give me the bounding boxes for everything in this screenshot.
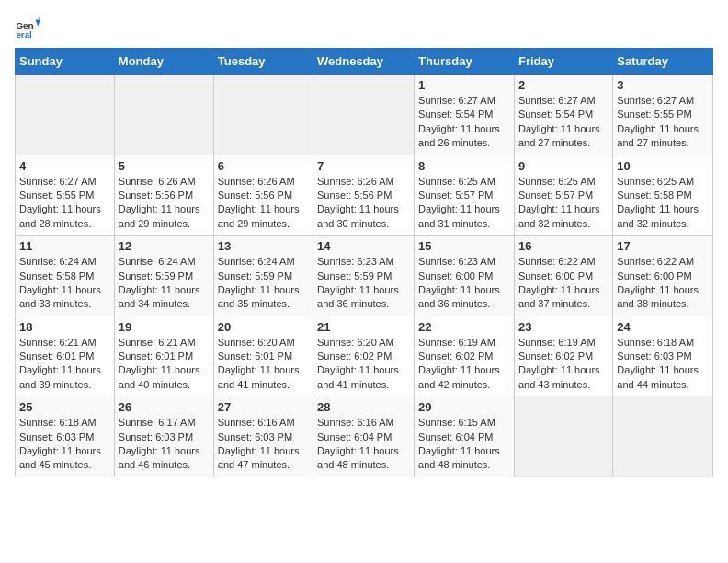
cell-info: Sunrise: 6:16 AM Sunset: 6:03 PM Dayligh… [218, 416, 309, 473]
calendar-cell: 13Sunrise: 6:24 AM Sunset: 5:59 PM Dayli… [213, 236, 313, 316]
cell-info: Sunrise: 6:20 AM Sunset: 6:02 PM Dayligh… [317, 336, 410, 393]
cell-info: Sunrise: 6:16 AM Sunset: 6:04 PM Dayligh… [317, 416, 410, 473]
cell-info: Sunrise: 6:23 AM Sunset: 6:00 PM Dayligh… [418, 255, 510, 312]
cell-info: Sunrise: 6:18 AM Sunset: 6:03 PM Dayligh… [19, 416, 110, 473]
cell-info: Sunrise: 6:21 AM Sunset: 6:01 PM Dayligh… [119, 336, 210, 393]
calendar-cell: 21Sunrise: 6:20 AM Sunset: 6:02 PM Dayli… [313, 316, 415, 396]
day-number: 9 [518, 159, 609, 173]
calendar-cell: 29Sunrise: 6:15 AM Sunset: 6:04 PM Dayli… [415, 396, 515, 477]
calendar-cell: 27Sunrise: 6:16 AM Sunset: 6:03 PM Dayli… [213, 396, 313, 477]
cell-info: Sunrise: 6:24 AM Sunset: 5:58 PM Dayligh… [19, 255, 110, 312]
calendar-cell: 24Sunrise: 6:18 AM Sunset: 6:03 PM Dayli… [613, 316, 713, 396]
cell-info: Sunrise: 6:22 AM Sunset: 6:00 PM Dayligh… [518, 255, 609, 312]
calendar-cell [16, 75, 115, 155]
cell-info: Sunrise: 6:22 AM Sunset: 6:00 PM Dayligh… [617, 255, 709, 312]
calendar-cell: 14Sunrise: 6:23 AM Sunset: 5:59 PM Dayli… [313, 236, 415, 316]
day-number: 8 [418, 159, 510, 173]
calendar-cell [213, 75, 313, 155]
cell-info: Sunrise: 6:25 AM Sunset: 5:57 PM Dayligh… [418, 175, 510, 232]
day-number: 26 [119, 400, 210, 414]
calendar-cell: 7Sunrise: 6:26 AM Sunset: 5:56 PM Daylig… [313, 155, 415, 236]
logo: Gen eral [15, 15, 44, 40]
svg-text:eral: eral [16, 29, 32, 40]
day-number: 11 [19, 239, 110, 253]
calendar-cell: 25Sunrise: 6:18 AM Sunset: 6:03 PM Dayli… [16, 396, 115, 477]
cell-info: Sunrise: 6:26 AM Sunset: 5:56 PM Dayligh… [119, 175, 210, 232]
calendar-cell [514, 396, 612, 477]
calendar-cell: 26Sunrise: 6:17 AM Sunset: 6:03 PM Dayli… [114, 396, 213, 477]
day-number: 3 [617, 78, 709, 92]
cell-info: Sunrise: 6:27 AM Sunset: 5:54 PM Dayligh… [418, 94, 510, 151]
cell-info: Sunrise: 6:27 AM Sunset: 5:54 PM Dayligh… [518, 94, 609, 151]
calendar-cell: 17Sunrise: 6:22 AM Sunset: 6:00 PM Dayli… [613, 236, 713, 316]
calendar-cell: 6Sunrise: 6:26 AM Sunset: 5:56 PM Daylig… [213, 155, 313, 236]
day-number: 27 [218, 400, 309, 414]
logo-icon: Gen eral [15, 15, 40, 40]
day-number: 5 [119, 159, 210, 173]
day-number: 17 [617, 239, 709, 253]
day-number: 19 [119, 320, 210, 334]
cell-info: Sunrise: 6:26 AM Sunset: 5:56 PM Dayligh… [317, 175, 410, 232]
calendar-cell: 9Sunrise: 6:25 AM Sunset: 5:57 PM Daylig… [514, 155, 612, 236]
day-number: 20 [218, 320, 309, 334]
column-header-tuesday: Tuesday [213, 49, 313, 75]
cell-info: Sunrise: 6:15 AM Sunset: 6:04 PM Dayligh… [418, 416, 510, 473]
calendar-cell: 28Sunrise: 6:16 AM Sunset: 6:04 PM Dayli… [313, 396, 415, 477]
calendar-cell: 10Sunrise: 6:25 AM Sunset: 5:58 PM Dayli… [613, 155, 713, 236]
calendar-cell: 20Sunrise: 6:20 AM Sunset: 6:01 PM Dayli… [213, 316, 313, 396]
day-number: 28 [317, 400, 410, 414]
column-header-monday: Monday [114, 49, 213, 75]
calendar-cell [313, 75, 415, 155]
calendar-cell: 3Sunrise: 6:27 AM Sunset: 5:55 PM Daylig… [613, 75, 713, 155]
cell-info: Sunrise: 6:18 AM Sunset: 6:03 PM Dayligh… [617, 336, 709, 393]
calendar-week-4: 18Sunrise: 6:21 AM Sunset: 6:01 PM Dayli… [16, 316, 713, 396]
calendar-cell: 5Sunrise: 6:26 AM Sunset: 5:56 PM Daylig… [114, 155, 213, 236]
calendar-week-1: 1Sunrise: 6:27 AM Sunset: 5:54 PM Daylig… [16, 75, 713, 155]
day-number: 14 [317, 239, 410, 253]
cell-info: Sunrise: 6:24 AM Sunset: 5:59 PM Dayligh… [218, 255, 309, 312]
calendar-cell: 12Sunrise: 6:24 AM Sunset: 5:59 PM Dayli… [114, 236, 213, 316]
day-number: 29 [418, 400, 510, 414]
calendar-body: 1Sunrise: 6:27 AM Sunset: 5:54 PM Daylig… [16, 75, 713, 477]
cell-info: Sunrise: 6:19 AM Sunset: 6:02 PM Dayligh… [518, 336, 609, 393]
calendar-header-row: SundayMondayTuesdayWednesdayThursdayFrid… [16, 49, 713, 75]
calendar-week-5: 25Sunrise: 6:18 AM Sunset: 6:03 PM Dayli… [16, 396, 713, 477]
column-header-wednesday: Wednesday [313, 49, 415, 75]
calendar-cell: 15Sunrise: 6:23 AM Sunset: 6:00 PM Dayli… [415, 236, 515, 316]
day-number: 7 [317, 159, 410, 173]
day-number: 16 [518, 239, 609, 253]
day-number: 1 [418, 78, 510, 92]
calendar-cell [114, 75, 213, 155]
cell-info: Sunrise: 6:19 AM Sunset: 6:02 PM Dayligh… [418, 336, 510, 393]
cell-info: Sunrise: 6:27 AM Sunset: 5:55 PM Dayligh… [617, 94, 709, 151]
day-number: 4 [19, 159, 110, 173]
column-header-saturday: Saturday [613, 49, 713, 75]
calendar-week-2: 4Sunrise: 6:27 AM Sunset: 5:55 PM Daylig… [16, 155, 713, 236]
cell-info: Sunrise: 6:25 AM Sunset: 5:57 PM Dayligh… [518, 175, 609, 232]
cell-info: Sunrise: 6:21 AM Sunset: 6:01 PM Dayligh… [19, 336, 110, 393]
calendar-cell [613, 396, 713, 477]
calendar-cell: 19Sunrise: 6:21 AM Sunset: 6:01 PM Dayli… [114, 316, 213, 396]
day-number: 6 [218, 159, 309, 173]
day-number: 23 [518, 320, 609, 334]
page-header: Gen eral [15, 15, 713, 40]
column-header-friday: Friday [514, 49, 612, 75]
calendar-table: SundayMondayTuesdayWednesdayThursdayFrid… [15, 48, 713, 477]
calendar-week-3: 11Sunrise: 6:24 AM Sunset: 5:58 PM Dayli… [16, 236, 713, 316]
day-number: 15 [418, 239, 510, 253]
cell-info: Sunrise: 6:25 AM Sunset: 5:58 PM Dayligh… [617, 175, 709, 232]
day-number: 24 [617, 320, 709, 334]
column-header-sunday: Sunday [16, 49, 115, 75]
calendar-cell: 23Sunrise: 6:19 AM Sunset: 6:02 PM Dayli… [514, 316, 612, 396]
cell-info: Sunrise: 6:17 AM Sunset: 6:03 PM Dayligh… [119, 416, 210, 473]
cell-info: Sunrise: 6:20 AM Sunset: 6:01 PM Dayligh… [218, 336, 309, 393]
cell-info: Sunrise: 6:23 AM Sunset: 5:59 PM Dayligh… [317, 255, 410, 312]
calendar-cell: 8Sunrise: 6:25 AM Sunset: 5:57 PM Daylig… [415, 155, 515, 236]
day-number: 25 [19, 400, 110, 414]
day-number: 18 [19, 320, 110, 334]
day-number: 2 [518, 78, 609, 92]
calendar-cell: 22Sunrise: 6:19 AM Sunset: 6:02 PM Dayli… [415, 316, 515, 396]
day-number: 22 [418, 320, 510, 334]
cell-info: Sunrise: 6:24 AM Sunset: 5:59 PM Dayligh… [119, 255, 210, 312]
day-number: 12 [119, 239, 210, 253]
